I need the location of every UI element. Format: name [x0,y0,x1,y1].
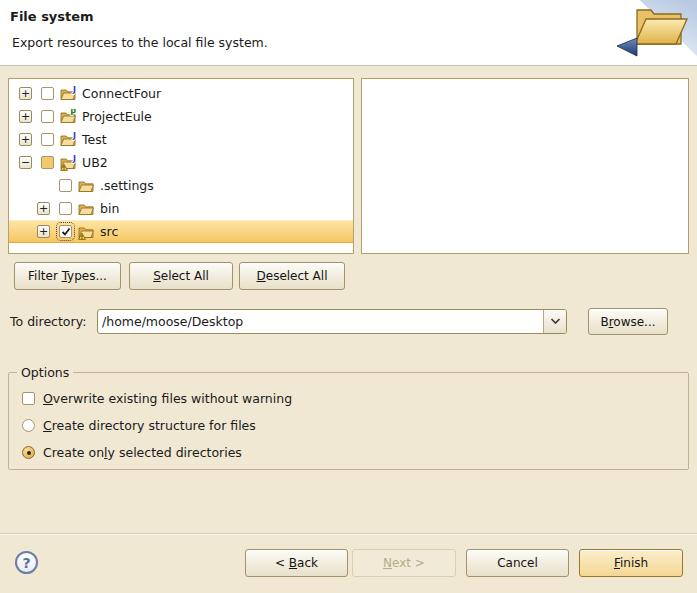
radio-unselected-icon[interactable] [22,419,35,432]
project-folder-icon: P [60,109,76,125]
svg-text:J: J [72,132,76,140]
tree-checkbox-grayed[interactable] [41,156,54,169]
option-create-selected-label: Create only selected directories [43,445,242,460]
tree-item-ub2[interactable]: − J UB2 [9,151,353,174]
select-all-button[interactable]: Select All [129,262,233,290]
chevron-down-icon [550,318,561,325]
folder-icon [78,201,94,217]
page-subtitle: Export resources to the local file syste… [12,35,268,50]
finish-button[interactable]: Finish [579,549,683,577]
expand-icon[interactable]: + [19,110,32,123]
option-create-structure[interactable]: Create directory structure for files [22,412,688,439]
cancel-button[interactable]: Cancel [466,549,569,577]
tree-checkbox-unchecked[interactable] [59,179,72,192]
export-wizard-dialog: File system Export resources to the loca… [0,0,697,593]
tree-checkbox-checked[interactable] [59,225,72,238]
expand-icon[interactable]: + [37,202,50,215]
tree-item-label: ConnectFour [82,86,161,101]
tree-checkbox-unchecked[interactable] [41,110,54,123]
radio-selected-icon[interactable] [22,446,35,459]
java-project-folder-icon: J [60,132,76,148]
tree-item-src[interactable]: + src [9,220,353,243]
expand-icon[interactable]: + [19,133,32,146]
export-folder-icon [610,3,690,61]
wizard-header: File system Export resources to the loca… [0,0,697,66]
tree-checkbox-unchecked[interactable] [59,202,72,215]
help-button[interactable]: ? [15,551,38,574]
tree-item-bin[interactable]: + bin [9,197,353,220]
tree-item-label: src [100,224,118,239]
java-project-folder-warning-icon: J [60,155,76,171]
option-create-selected[interactable]: Create only selected directories [22,439,688,466]
expand-icon[interactable]: + [19,87,32,100]
option-create-structure-label: Create directory structure for files [43,418,256,433]
browse-button[interactable]: Browse... [588,308,668,335]
svg-text:J: J [72,86,76,94]
tree-checkbox-unchecked[interactable] [41,87,54,100]
svg-text:P: P [70,109,76,117]
directory-combo[interactable] [97,309,567,334]
folder-warning-icon [78,224,94,240]
filter-types-button[interactable]: Filter Types... [14,262,121,290]
tree-item-label: ProjectEule [82,109,152,124]
option-overwrite[interactable]: Overwrite existing files without warning [22,385,688,412]
options-legend: Options [17,365,73,380]
option-overwrite-label: Overwrite existing files without warning [43,391,292,406]
svg-text:J: J [72,155,76,163]
collapse-icon[interactable]: − [19,156,32,169]
tree-item-label: UB2 [82,155,108,170]
expand-icon[interactable]: + [37,225,50,238]
directory-input[interactable] [98,310,543,333]
page-title: File system [10,9,94,24]
back-button[interactable]: < Back [245,549,348,577]
next-button[interactable]: Next > [352,549,456,577]
tree-item-settings[interactable]: .settings [9,174,353,197]
deselect-all-button[interactable]: Deselect All [239,262,345,290]
folder-icon [78,178,94,194]
combo-dropdown-button[interactable] [543,310,566,333]
tree-item-projecteule[interactable]: + P ProjectEule [9,105,353,128]
tree-item-label: bin [100,201,119,216]
tree-item-label: .settings [100,178,154,193]
tree-checkbox-unchecked[interactable] [41,133,54,146]
resource-tree[interactable]: + J ConnectFour+ P ProjectEule+ J Test− … [8,78,354,254]
tree-item-test[interactable]: + J Test [9,128,353,151]
tree-item-label: Test [82,132,107,147]
footer-separator [0,533,697,535]
to-directory-label: To directory: [10,309,86,334]
java-project-folder-icon: J [60,86,76,102]
file-list-panel[interactable] [361,78,689,254]
tree-item-connectfour[interactable]: + J ConnectFour [9,82,353,105]
checkbox-unchecked-icon[interactable] [22,392,35,405]
options-group: Options Overwrite existing files without… [8,365,689,470]
